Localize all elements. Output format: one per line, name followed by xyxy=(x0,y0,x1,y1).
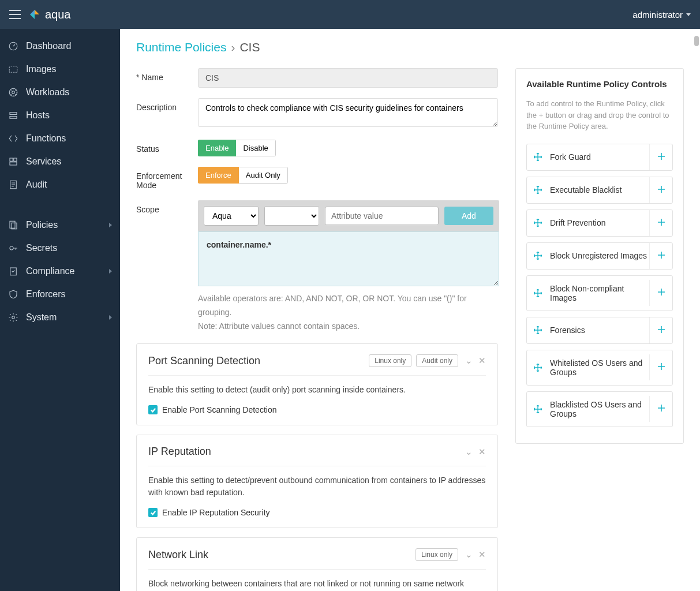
close-icon[interactable]: ✕ xyxy=(478,447,486,457)
system-icon xyxy=(8,312,18,323)
nav-secrets[interactable]: Secrets xyxy=(0,237,120,260)
drag-icon[interactable] xyxy=(534,364,542,372)
collapse-icon[interactable]: ⌄ xyxy=(465,549,473,560)
scope-source-select[interactable]: Aqua xyxy=(204,206,259,226)
breadcrumb: Runtime Policies › CIS xyxy=(136,40,684,54)
collapse-icon[interactable]: ⌄ xyxy=(465,447,473,457)
close-icon[interactable]: ✕ xyxy=(478,549,486,560)
scope-attr-select[interactable] xyxy=(264,206,319,226)
drag-icon[interactable] xyxy=(534,326,542,334)
sidebar: Dashboard Images Workloads Hosts Functio… xyxy=(0,29,120,591)
close-icon[interactable]: ✕ xyxy=(478,356,486,366)
scope-hint-2: Note: Attribute values cannot contain sp… xyxy=(198,320,499,334)
compliance-icon xyxy=(8,266,18,276)
chevron-right-icon xyxy=(109,269,112,274)
drag-icon[interactable] xyxy=(534,405,542,413)
nav-compliance[interactable]: Compliance xyxy=(0,260,120,283)
add-control-button[interactable] xyxy=(649,354,672,380)
control-label: Forensics xyxy=(550,326,649,335)
control-item[interactable]: Drift Prevention xyxy=(526,210,673,237)
badge-linux-only: Linux only xyxy=(369,354,411,367)
drag-icon[interactable] xyxy=(534,186,542,194)
audit-icon xyxy=(8,179,18,190)
add-control-button[interactable] xyxy=(649,177,672,203)
menu-toggle[interactable] xyxy=(9,10,21,19)
scope-add-button[interactable]: Add xyxy=(444,207,493,225)
nav-audit[interactable]: Audit xyxy=(0,173,120,196)
drag-icon[interactable] xyxy=(534,289,542,297)
nav-hosts[interactable]: Hosts xyxy=(0,104,120,127)
scope-value-input[interactable] xyxy=(325,207,439,225)
add-control-button[interactable] xyxy=(649,144,672,170)
nav-services[interactable]: Services xyxy=(0,150,120,173)
control-label: Block Unregistered Images xyxy=(550,251,649,260)
panel-title: Port Scanning Detection xyxy=(148,355,364,367)
control-label: Drift Prevention xyxy=(550,218,649,227)
control-item[interactable]: Forensics xyxy=(526,317,673,344)
scope-expression[interactable]: container.name.* xyxy=(198,231,499,286)
panel-ip-reputation: IP Reputation ⌄ ✕ Enable this setting to… xyxy=(136,435,498,528)
panel-port-scanning: Port Scanning Detection Linux only Audit… xyxy=(136,343,498,425)
svg-rect-7 xyxy=(14,158,17,161)
scope-hint-1: Available operators are: AND, AND NOT, O… xyxy=(198,292,499,320)
scrollbar[interactable] xyxy=(694,36,699,46)
status-disable-button[interactable]: Disable xyxy=(236,140,275,156)
description-input[interactable]: Controls to check compliance with CIS se… xyxy=(198,98,498,127)
add-control-button[interactable] xyxy=(649,210,672,236)
control-item[interactable]: Block Unregistered Images xyxy=(526,242,673,270)
name-input xyxy=(198,68,498,88)
svg-point-3 xyxy=(9,88,17,96)
panel-network-link: Network Link Linux only ⌄ ✕ Block networ… xyxy=(136,537,498,591)
panel-title: IP Reputation xyxy=(148,446,458,458)
port-scanning-checkbox[interactable] xyxy=(148,405,158,414)
nav-dashboard[interactable]: Dashboard xyxy=(0,35,120,58)
badge-linux-only: Linux only xyxy=(415,548,458,561)
panel-description: Enable this setting to detect/prevent ou… xyxy=(148,474,486,499)
enforce-button[interactable]: Enforce xyxy=(198,167,239,184)
add-control-button[interactable] xyxy=(649,280,672,306)
nav-functions[interactable]: Functions xyxy=(0,127,120,150)
scope-label: Scope xyxy=(136,200,198,214)
control-label: Block Non-compliant Images xyxy=(550,284,649,302)
collapse-icon[interactable]: ⌄ xyxy=(465,356,473,366)
logo-icon xyxy=(29,9,40,20)
add-control-button[interactable] xyxy=(649,396,672,422)
panel-title: Network Link xyxy=(148,549,411,561)
breadcrumb-parent[interactable]: Runtime Policies xyxy=(136,40,226,54)
breadcrumb-current: CIS xyxy=(239,40,260,54)
control-item[interactable]: Whitelisted OS Users and Groups xyxy=(526,350,673,386)
drag-icon[interactable] xyxy=(534,219,542,227)
ip-reputation-checkbox[interactable] xyxy=(148,508,158,517)
svg-point-2 xyxy=(12,91,15,94)
chevron-right-icon xyxy=(109,223,112,227)
user-menu[interactable]: administrator xyxy=(632,10,691,20)
control-item[interactable]: Fork Guard xyxy=(526,144,673,171)
control-label: Executable Blacklist xyxy=(550,185,649,194)
status-label: Status xyxy=(136,140,198,154)
functions-icon xyxy=(8,133,18,144)
nav-images[interactable]: Images xyxy=(0,58,120,81)
badge-audit-only: Audit only xyxy=(416,354,458,367)
caret-down-icon xyxy=(686,13,691,16)
hosts-icon xyxy=(8,110,18,121)
drag-icon[interactable] xyxy=(534,153,542,161)
control-item[interactable]: Blacklisted OS Users and Groups xyxy=(526,391,673,427)
control-item[interactable]: Executable Blacklist xyxy=(526,177,673,204)
nav-enforcers[interactable]: Enforcers xyxy=(0,283,120,306)
audit-only-button[interactable]: Audit Only xyxy=(239,167,288,184)
brand-logo[interactable]: aqua xyxy=(29,8,71,21)
add-control-button[interactable] xyxy=(649,317,672,343)
nav-workloads[interactable]: Workloads xyxy=(0,81,120,104)
user-name: administrator xyxy=(632,10,683,20)
description-label: Description xyxy=(136,98,198,112)
drag-icon[interactable] xyxy=(534,252,542,260)
nav-system[interactable]: System xyxy=(0,306,120,329)
enforcement-label: Enforcement Mode xyxy=(136,167,198,190)
status-enable-button[interactable]: Enable xyxy=(198,140,236,156)
add-control-button[interactable] xyxy=(649,243,672,269)
control-item[interactable]: Block Non-compliant Images xyxy=(526,275,673,311)
available-controls-panel: Available Runtime Policy Controls To add… xyxy=(515,68,684,444)
side-panel-title: Available Runtime Policy Controls xyxy=(526,79,673,89)
nav-policies[interactable]: Policies xyxy=(0,214,120,237)
svg-rect-6 xyxy=(10,158,13,161)
